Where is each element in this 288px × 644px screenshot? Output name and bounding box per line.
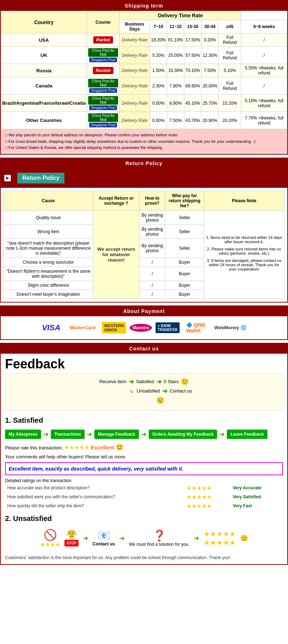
cell-0-1: 61.10% [167, 33, 184, 47]
cell-4-5: 5.10% >8weeks, full refund [241, 95, 287, 112]
stop-emoji: 😤 [66, 530, 77, 539]
flow-row-1: Receive item ➜ Satisfied ➜ 5 Stars 🙂 [10, 378, 278, 386]
cell-1-1: 25.00% [167, 47, 184, 64]
col-45: ≥45 [219, 20, 241, 33]
cell-0-3: 3.20% [201, 33, 219, 47]
shipping-row-4: Brazil/Argentina/France/Israel/CroatiaCh… [1, 95, 287, 112]
flow-row-3: 😟 [42, 396, 278, 404]
country-3: Canada [1, 77, 87, 95]
prove-3: / [139, 258, 165, 267]
country-5: Other Countries [1, 112, 87, 129]
col-business-days: Business Days [120, 20, 150, 33]
cell-1-2: 57.50% [184, 47, 201, 64]
cell-3-3: 20.00% [201, 77, 219, 95]
prove-5: / [139, 281, 165, 290]
rating-label-1: How accurate was the product description… [6, 484, 184, 492]
stop-sign: STOP [64, 540, 78, 547]
col-15-30: 15-30 [184, 20, 201, 33]
pays-0: Seller [165, 210, 204, 225]
rating-desc-2: Very Satisfied [231, 493, 282, 501]
return-icon: ▶ [4, 175, 11, 181]
courier-5: China Post Air MailSingapore Post [87, 112, 119, 129]
cell-0-0: 18.20% [150, 33, 167, 47]
return-section: Return Policy ▶ Return Policy Cause Acce… [0, 158, 288, 303]
good-stars-block: ★★★★★ ★★★★★ [203, 530, 236, 547]
courier-1: China Post Air MailSingapore Post [87, 47, 119, 64]
question-block: ❓ We must find a solution for you. [129, 529, 189, 547]
prove-1: By sending photos [139, 225, 165, 239]
country-1: UK [1, 47, 87, 64]
cell-2-5: 5.50% >8weeks, full refund [241, 64, 287, 77]
step-my-aliexpress: My Aliexpress [5, 430, 41, 439]
cell-5-4: 20.20% [219, 112, 241, 129]
payment-section: About Payment VISA MasterCard WESTERNUNI… [0, 305, 288, 340]
footer-text: Customers' satisfaction is the most impo… [1, 552, 287, 564]
shipping-note: □ We ship parcels to your default addres… [5, 132, 283, 139]
delivery-rate-4: Delivery Rate [120, 95, 150, 112]
detailed-ratings: Detailed ratings on this transaction How… [1, 477, 287, 512]
cell-4-1: 8.90% [167, 95, 184, 112]
unsatisfied-arrow-3: ➜ [194, 534, 199, 542]
cell-0-2: 17.50% [184, 33, 201, 47]
pays-2: Seller [165, 239, 204, 258]
accept-return-cell: We accept return for whatever reason! [93, 210, 139, 299]
cell-5-3: 20.90% [201, 112, 219, 129]
comment-row: Your comments will help other buyers! Pl… [1, 453, 287, 461]
shipping-table: Country Courier Delivery Time Rate Busin… [1, 11, 287, 129]
receive-item-label: Receive item [99, 379, 126, 384]
shipping-row-2: RussiaRustonDelivery Rate1.50%10.30%70.1… [1, 64, 287, 77]
pays-1: Seller [165, 225, 204, 239]
shipping-note: □ For cross-broad trade, shipping may sl… [5, 139, 283, 145]
shipping-section: Shipping term Country Courier Delivery T… [0, 0, 288, 155]
prove-0: By sending photos [139, 210, 165, 225]
cell-2-2: 70.10% [184, 64, 201, 77]
rating-row-1: How accurate was the product description… [6, 484, 282, 492]
cell-0-5: / [241, 33, 287, 47]
rating-stars-3: ★★★★★ [185, 502, 230, 510]
feedback-title: Feedback [1, 354, 287, 373]
step-orders-awaiting: Orders Awaiting My Feedback [149, 430, 217, 439]
no-sign-icon: 🚫 [44, 529, 57, 541]
flow-row-2: ↘ Unsatisfied ➜ Contact us [42, 387, 278, 395]
return-table: Cause Accept Return or exchange ? How to… [4, 191, 284, 299]
shipping-row-3: CanadaChina Post Air MailSingapore PostD… [1, 77, 287, 95]
visa-logo: VISA [39, 322, 63, 334]
delivery-time-header: Delivery Time Rate [120, 11, 241, 20]
unsatisfied-flow: 🚫 ★★★★ 😤 STOP ➜ 📧 Contact us ➜ ❓ We must… [1, 525, 287, 552]
return-policy-header: Return Policy [1, 158, 287, 168]
shipping-notes: □ We ship parcels to your default addres… [1, 129, 287, 154]
email-icon: 📧 [98, 530, 110, 541]
who-pays-header: Who pay for return shipping fee? [165, 191, 204, 210]
rating-stars: ★★★★★ [64, 444, 89, 450]
return-table-wrapper: Cause Accept Return or exchange ? How to… [1, 188, 287, 302]
cause-3: Choose a wrong size/color [4, 258, 93, 267]
pays-4: Buyer [165, 267, 204, 281]
col-30-44: 30-44 [201, 20, 219, 33]
contact-section: Contact us Feedback Receive item ➜ Satis… [0, 343, 288, 565]
cause-4: "Doesn't fit(item's measurement is the s… [4, 267, 93, 281]
cell-2-3: 7.50% [201, 64, 219, 77]
cause-0: Quality Issue [4, 210, 93, 225]
ratings-table: How accurate was the product description… [5, 483, 283, 511]
arrow-1: ➜ [129, 378, 134, 386]
cause-6: Doesn't meet buyer's imagination [4, 290, 93, 299]
bad-stars: ★★★★ [40, 541, 60, 548]
find-solution-text: We must find a solution for you. [129, 542, 189, 547]
return-policy-banner: Return Policy [17, 173, 64, 183]
cell-4-4: 15.20% [219, 95, 241, 112]
please-note-header: Please Note [204, 191, 284, 210]
cell-2-4: 5.10% [219, 64, 241, 77]
cell-1-4: Full Refund [219, 47, 241, 64]
courier-0: Packet [87, 33, 119, 47]
return-row-0: Quality IssueWe accept return for whatev… [4, 210, 284, 225]
pays-3: Buyer [165, 258, 204, 267]
flow-arrow-4: ➜ [219, 430, 225, 438]
delivery-rate-5: Delivery Rate [120, 112, 150, 129]
cell-4-2: 45.10% [184, 95, 201, 112]
cell-3-1: 7.80% [167, 77, 184, 95]
mastercard-logo: MasterCard [67, 323, 99, 332]
payment-logos: VISA MasterCard WESTERNUNION Maestro ≡ B… [1, 316, 287, 339]
no-sign-block: 🚫 ★★★★ [40, 529, 60, 548]
cell-5-2: 43.70% [184, 112, 201, 129]
prove-4: / [139, 267, 165, 281]
